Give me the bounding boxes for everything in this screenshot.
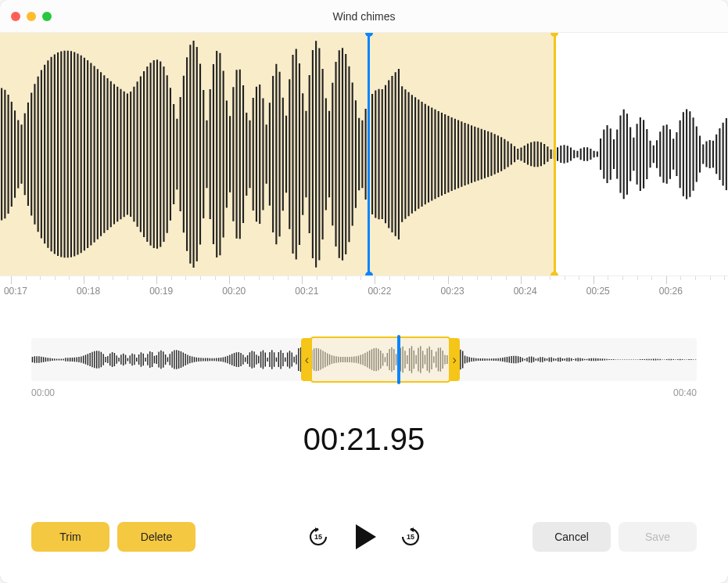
timeline-tick-label: 00:20 <box>218 286 249 297</box>
cancel-button[interactable]: Cancel <box>533 522 611 552</box>
voice-memos-edit-window: Wind chimes 00:1700:1800:1900:2000:2100:… <box>0 0 728 583</box>
timeline-tick: 00:23 <box>448 276 449 284</box>
current-time-display: 00:21.95 <box>0 422 728 457</box>
overview-time-labels: 00:00 00:40 <box>31 387 697 398</box>
window-title: Wind chimes <box>332 10 395 23</box>
timeline-tick: 00:19 <box>156 276 157 284</box>
timeline-tick-label: 00:25 <box>583 286 614 297</box>
skip-back-button[interactable]: 15 <box>307 526 329 548</box>
overview-waveform[interactable]: ‹ › <box>31 338 697 381</box>
trim-start-handle[interactable]: ‹ <box>301 338 312 381</box>
waveform-detail <box>0 33 728 275</box>
timeline-tick: 00:17 <box>11 276 12 284</box>
delete-button[interactable]: Delete <box>117 522 195 552</box>
overview-playhead[interactable] <box>397 335 400 384</box>
trim-region[interactable]: ‹ › <box>310 336 450 383</box>
timeline-tick: 00:18 <box>84 276 84 284</box>
timeline-tick-label: 00:19 <box>145 286 177 297</box>
timeline-tick: 00:20 <box>229 276 230 284</box>
controls-bar: Trim Delete 15 15 Can <box>0 498 728 583</box>
playhead[interactable] <box>368 33 370 275</box>
svg-text:15: 15 <box>314 533 321 541</box>
save-button: Save <box>619 522 697 552</box>
play-icon <box>356 524 376 549</box>
trim-end-handle[interactable]: › <box>449 338 460 381</box>
transport-controls: 15 15 <box>307 524 421 549</box>
trim-button[interactable]: Trim <box>31 522 109 552</box>
skip-forward-button[interactable]: 15 <box>400 526 421 548</box>
timeline-tick-label: 00:26 <box>655 286 687 297</box>
timeline-tick: 00:21 <box>302 276 303 284</box>
timeline-ruler: 00:1700:1800:1900:2000:2100:2200:2300:24… <box>0 275 728 307</box>
window-controls <box>0 12 52 21</box>
timeline-tick: 00:24 <box>521 276 522 284</box>
play-button[interactable] <box>353 524 376 549</box>
skip-forward-15-icon: 15 <box>400 526 421 548</box>
minimize-window-button[interactable] <box>27 12 36 21</box>
timeline-tick: 00:22 <box>375 276 375 284</box>
timeline-tick-label: 00:22 <box>364 286 395 297</box>
timeline-tick: 00:26 <box>666 276 667 284</box>
overview-start-time: 00:00 <box>31 387 55 398</box>
timeline-tick-label: 00:17 <box>0 286 31 297</box>
close-window-button[interactable] <box>11 12 20 21</box>
trim-end-marker[interactable] <box>554 33 556 275</box>
timeline-tick-label: 00:23 <box>437 286 468 297</box>
skip-back-15-icon: 15 <box>307 526 329 548</box>
timeline-tick-label: 00:18 <box>73 286 104 297</box>
timeline-tick: 00:25 <box>594 276 594 284</box>
timeline-tick-label: 00:24 <box>510 286 541 297</box>
svg-text:15: 15 <box>406 533 414 541</box>
timeline-tick-label: 00:21 <box>291 286 322 297</box>
overview-area: ‹ › 00:00 00:40 <box>31 338 697 398</box>
maximize-window-button[interactable] <box>42 12 52 21</box>
titlebar: Wind chimes <box>0 0 728 33</box>
main-waveform[interactable] <box>0 33 728 275</box>
overview-end-time: 00:40 <box>673 387 697 398</box>
